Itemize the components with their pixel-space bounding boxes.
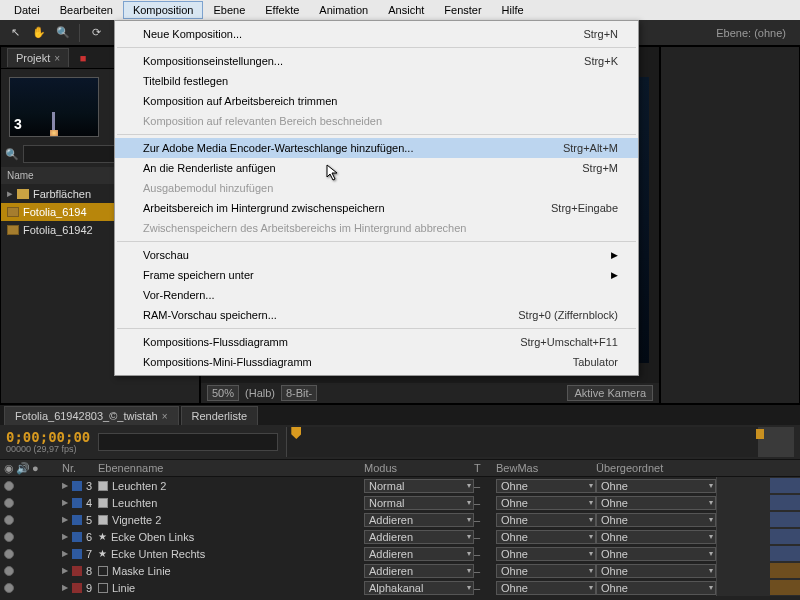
project-tab[interactable]: Projekt× <box>7 48 69 67</box>
layer-name[interactable]: Leuchten 2 <box>112 480 166 492</box>
blend-mode-dropdown[interactable]: Normal <box>364 479 474 493</box>
zoom-tool[interactable]: 🔍 <box>52 23 74 43</box>
layer-name[interactable]: Linie <box>112 582 135 594</box>
menu-item[interactable]: Kompositions-FlussdiagrammStrg+Umschalt+… <box>115 332 638 352</box>
menu-hilfe[interactable]: Hilfe <box>492 1 534 19</box>
blend-mode-dropdown[interactable]: Addieren <box>364 530 474 544</box>
trackmatte-dropdown[interactable]: Ohne <box>496 530 596 544</box>
visibility-toggle[interactable] <box>4 566 14 576</box>
parent-dropdown[interactable]: Ohne <box>596 530 716 544</box>
menu-item[interactable]: An die Renderliste anfügenStrg+M <box>115 158 638 178</box>
parent-dropdown[interactable]: Ohne <box>596 564 716 578</box>
visibility-toggle[interactable] <box>4 481 14 491</box>
color-chip[interactable] <box>72 532 82 542</box>
expand-icon[interactable]: ▶ <box>62 583 68 592</box>
trackmatte-dropdown[interactable]: Ohne <box>496 513 596 527</box>
blend-mode-dropdown[interactable]: Addieren <box>364 547 474 561</box>
menu-effekte[interactable]: Effekte <box>255 1 309 19</box>
color-chip[interactable] <box>72 481 82 491</box>
zoom-dropdown[interactable]: 50% <box>207 385 239 401</box>
layer-row[interactable]: ▶9LinieAlphakanal–OhneOhne <box>0 579 800 596</box>
orbit-tool[interactable]: ⟳ <box>85 23 107 43</box>
parent-dropdown[interactable]: Ohne <box>596 496 716 510</box>
selection-tool[interactable]: ↖ <box>4 23 26 43</box>
trackmatte-dropdown[interactable]: Ohne <box>496 479 596 493</box>
menu-item[interactable]: Komposition auf Arbeitsbereich trimmen <box>115 91 638 111</box>
bit-depth[interactable]: 8-Bit- <box>281 385 317 401</box>
visibility-toggle[interactable] <box>4 532 14 542</box>
menu-item[interactable]: Vor-Rendern... <box>115 285 638 305</box>
menu-fenster[interactable]: Fenster <box>434 1 491 19</box>
layer-name[interactable]: Maske Linie <box>112 565 171 577</box>
menu-item[interactable]: Kompositionseinstellungen...Strg+K <box>115 51 638 71</box>
expand-icon[interactable]: ▶ <box>62 532 68 541</box>
trackmatte-dropdown[interactable]: Ohne <box>496 564 596 578</box>
timecode[interactable]: 0;00;00;00 <box>6 430 90 444</box>
layer-row[interactable]: ▶7★Ecke Unten RechtsAddieren–OhneOhne <box>0 545 800 562</box>
color-chip[interactable] <box>72 498 82 508</box>
menu-ansicht[interactable]: Ansicht <box>378 1 434 19</box>
parent-dropdown[interactable]: Ohne <box>596 513 716 527</box>
layer-row[interactable]: ▶4LeuchtenNormal–OhneOhne <box>0 494 800 511</box>
playhead-icon[interactable] <box>291 427 301 439</box>
menu-item[interactable]: Frame speichern unter▶ <box>115 265 638 285</box>
close-icon[interactable]: × <box>54 53 60 64</box>
layer-row[interactable]: ▶3Leuchten 2Normal–OhneOhne <box>0 477 800 494</box>
menu-item[interactable]: Arbeitsbereich im Hintergrund zwischensp… <box>115 198 638 218</box>
speaker-icon[interactable]: 🔊 <box>16 462 30 475</box>
expand-icon[interactable]: ▶ <box>62 498 68 507</box>
active-camera-dropdown[interactable]: Aktive Kamera <box>567 385 653 401</box>
menu-item[interactable]: RAM-Vorschau speichern...Strg+0 (Ziffern… <box>115 305 638 325</box>
color-chip[interactable] <box>72 583 82 593</box>
timeline-tab[interactable]: Fotolia_61942803_©_twistah× <box>4 406 179 425</box>
menu-item[interactable]: Neue Komposition...Strg+N <box>115 24 638 44</box>
layer-name[interactable]: Ecke Oben Links <box>111 531 194 543</box>
layer-row[interactable]: ▶5Vignette 2Addieren–OhneOhne <box>0 511 800 528</box>
color-chip[interactable] <box>72 515 82 525</box>
menu-bearbeiten[interactable]: Bearbeiten <box>50 1 123 19</box>
trackmatte-dropdown[interactable]: Ohne <box>496 581 596 595</box>
time-ruler[interactable] <box>286 427 794 457</box>
menu-animation[interactable]: Animation <box>309 1 378 19</box>
menu-item[interactable]: Kompositions-Mini-FlussdiagrammTabulator <box>115 352 638 372</box>
parent-dropdown[interactable]: Ohne <box>596 547 716 561</box>
parent-dropdown[interactable]: Ohne <box>596 479 716 493</box>
layer-name[interactable]: Leuchten <box>112 497 157 509</box>
visibility-toggle[interactable] <box>4 583 14 593</box>
color-chip[interactable] <box>72 549 82 559</box>
col-mode[interactable]: Modus <box>364 462 474 474</box>
visibility-toggle[interactable] <box>4 549 14 559</box>
col-bm[interactable]: BewMas <box>496 462 596 474</box>
menu-komposition[interactable]: Komposition <box>123 1 204 19</box>
trackmatte-dropdown[interactable]: Ohne <box>496 496 596 510</box>
expand-icon[interactable]: ▶ <box>62 481 68 490</box>
expand-icon[interactable]: ▶ <box>62 566 68 575</box>
solo-icon[interactable]: ● <box>32 462 39 475</box>
col-nr[interactable]: Nr. <box>58 462 94 474</box>
close-icon[interactable]: × <box>162 411 168 422</box>
menu-item[interactable]: Vorschau▶ <box>115 245 638 265</box>
layer-row[interactable]: ▶6★Ecke Oben LinksAddieren–OhneOhne <box>0 528 800 545</box>
parent-dropdown[interactable]: Ohne <box>596 581 716 595</box>
menu-datei[interactable]: Datei <box>4 1 50 19</box>
timeline-tab[interactable]: Renderliste <box>181 406 259 425</box>
col-par[interactable]: Übergeordnet <box>596 462 716 474</box>
blend-mode-dropdown[interactable]: Addieren <box>364 564 474 578</box>
expand-icon[interactable]: ▶ <box>62 515 68 524</box>
layer-row[interactable]: ▶8Maske LinieAddieren–OhneOhne <box>0 562 800 579</box>
visibility-toggle[interactable] <box>4 515 14 525</box>
menu-ebene[interactable]: Ebene <box>203 1 255 19</box>
col-name[interactable]: Ebenenname <box>94 462 364 474</box>
color-chip[interactable] <box>72 566 82 576</box>
layer-name[interactable]: Vignette 2 <box>112 514 161 526</box>
visibility-toggle[interactable] <box>4 498 14 508</box>
eye-icon[interactable]: ◉ <box>4 462 14 475</box>
col-t[interactable]: T <box>474 462 496 474</box>
menu-item[interactable]: Zur Adobe Media Encoder-Warteschlange hi… <box>115 138 638 158</box>
hand-tool[interactable]: ✋ <box>28 23 50 43</box>
timeline-search-input[interactable] <box>98 433 278 451</box>
blend-mode-dropdown[interactable]: Normal <box>364 496 474 510</box>
menu-item[interactable]: Titelbild festlegen <box>115 71 638 91</box>
blend-mode-dropdown[interactable]: Addieren <box>364 513 474 527</box>
blend-mode-dropdown[interactable]: Alphakanal <box>364 581 474 595</box>
